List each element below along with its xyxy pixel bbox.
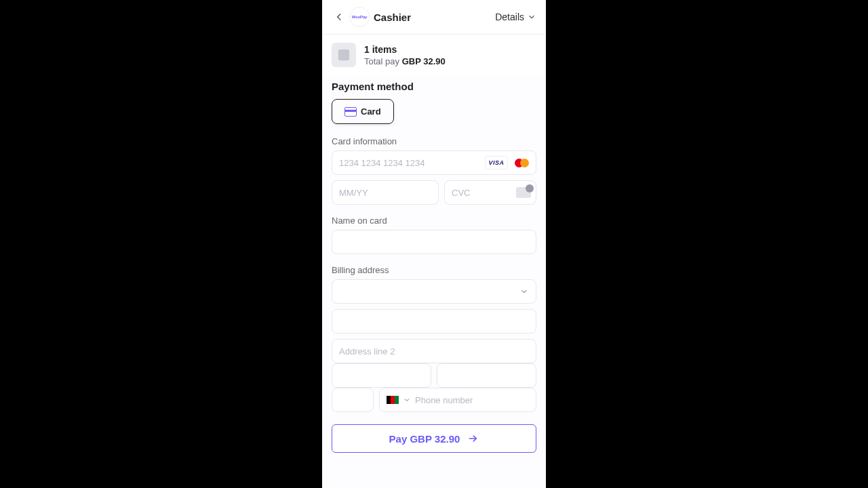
billing-phone-field[interactable] [379,388,536,412]
billing-address-label: Billing address [332,265,536,275]
svg-point-1 [341,52,343,54]
payment-method-card-label: Card [361,106,381,117]
chevron-down-icon [519,287,529,296]
pay-button-label: Pay GBP 32.90 [389,433,460,445]
card-number-wrap: VISA [332,150,536,175]
cashier-screen: WooPay Cashier Details 1 items Total pay… [322,0,546,488]
chevron-down-icon [527,12,536,22]
total-prefix: Total pay [364,56,402,66]
card-expiry-input[interactable] [332,180,439,205]
country-flag-icon [387,396,399,404]
header: WooPay Cashier Details [322,0,546,35]
visa-icon: VISA [485,156,508,169]
items-count: 1 items [364,44,446,55]
chevron-down-icon [403,396,411,404]
total-line: Total pay GBP 32.90 [364,56,446,66]
card-icon [344,107,357,117]
total-amount: GBP 32.90 [402,56,446,66]
content: Payment method Card Card information VIS… [322,75,546,488]
billing-country-select[interactable] [332,279,536,304]
cvc-hint-icon [516,187,531,198]
merchant-logo: WooPay [349,7,370,27]
billing-state-input[interactable] [437,363,536,388]
billing-zip-input[interactable] [332,388,374,412]
order-summary: 1 items Total pay GBP 32.90 [322,35,546,75]
details-toggle[interactable]: Details [495,12,536,22]
page-title: Cashier [374,12,411,23]
card-information-label: Card information [332,136,536,146]
arrow-left-icon [333,11,345,23]
billing-city-input[interactable] [332,363,431,388]
billing-address1-input[interactable] [332,309,536,333]
details-label: Details [495,12,524,22]
billing-phone-input[interactable] [415,395,529,405]
merchant-logo-text: WooPay [352,15,367,19]
card-brand-icons: VISA [485,156,531,169]
back-button[interactable] [332,9,347,24]
image-placeholder-icon [337,48,351,62]
payment-method-card[interactable]: Card [332,99,394,124]
arrow-right-icon [467,432,479,445]
summary-text: 1 items Total pay GBP 32.90 [364,44,446,66]
item-thumbnail [332,43,356,67]
name-on-card-input[interactable] [332,230,536,254]
mastercard-icon [512,156,531,169]
name-on-card-label: Name on card [332,216,536,226]
billing-address2-input[interactable] [332,339,536,363]
payment-method-title: Payment method [332,81,536,92]
pay-button[interactable]: Pay GBP 32.90 [332,424,536,453]
